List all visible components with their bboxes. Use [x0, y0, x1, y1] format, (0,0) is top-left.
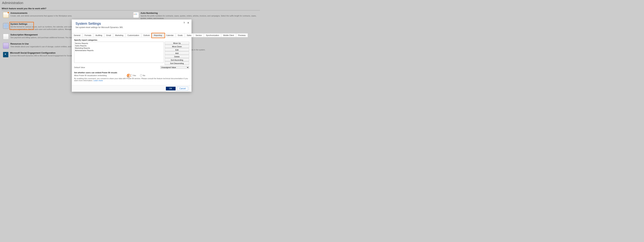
default-value-label: Default Value [74, 66, 85, 68]
tab-email[interactable]: Email [104, 33, 113, 37]
social-icon [3, 52, 8, 57]
cursor-highlight-icon [127, 74, 130, 77]
sort-ascending-button[interactable]: Sort Ascending [165, 58, 189, 62]
system-settings-icon [3, 23, 9, 29]
delete-button[interactable]: Delete [165, 55, 189, 58]
consent-text-body: By enabling this command, you consent to… [74, 77, 188, 81]
feature-announcements[interactable]: Announcements Create, edit, and delete a… [3, 12, 130, 20]
dialog-footer: OK Cancel [72, 85, 192, 92]
dialog-header: System Settings Set system-level setting… [72, 20, 192, 30]
tab-previews[interactable]: Previews [236, 33, 248, 37]
radio-no-input[interactable] [140, 74, 142, 76]
cancel-button[interactable]: Cancel [177, 87, 188, 90]
help-icon[interactable]: ? [183, 22, 186, 24]
tab-reporting[interactable]: Reporting [152, 33, 164, 37]
tab-calendar[interactable]: Calendar [164, 33, 176, 37]
report-category-item[interactable]: Sales Reports [75, 45, 163, 47]
subscription-icon [3, 34, 9, 40]
tab-marketing[interactable]: Marketing [113, 33, 126, 37]
page-title: Administration [2, 1, 260, 5]
consent-text: By enabling this command, you consent to… [74, 77, 189, 81]
tab-service[interactable]: Service [194, 33, 204, 37]
radio-yes[interactable]: Yes [130, 74, 136, 76]
report-categories-list[interactable]: Service ReportsSales ReportsMarketing Re… [74, 42, 164, 63]
radio-yes-input[interactable] [130, 74, 132, 76]
announcements-icon [3, 12, 9, 18]
radio-yes-label: Yes [133, 74, 136, 76]
tab-formats[interactable]: Formats [82, 33, 94, 37]
report-category-item[interactable]: Service Reports [75, 42, 163, 45]
tab-mobile-client[interactable]: Mobile Client [221, 33, 236, 37]
feature-desc: Specify the prefix numbers for contracts… [140, 15, 260, 20]
feature-title: Announcements [10, 12, 130, 14]
report-category-item[interactable]: Marketing Reports [75, 47, 163, 49]
feature-desc: Create, edit, and delete announcements t… [10, 15, 130, 17]
default-value-select[interactable]: Unassigned Value [160, 66, 189, 69]
feature-auto-numbering[interactable]: Auto-Numbering Specify the prefix number… [133, 12, 260, 20]
tab-customization[interactable]: Customization [126, 33, 142, 37]
close-icon[interactable]: ✕ [187, 22, 190, 24]
report-categories-label: Specify report categories [74, 39, 189, 41]
tab-general[interactable]: General [72, 33, 82, 37]
move-up-button[interactable]: Move Up [165, 42, 189, 45]
report-categories-buttons: Move UpMove DownEditAddDeleteSort Ascend… [165, 42, 189, 65]
radio-no-label: No [143, 74, 145, 76]
page-subtitle: Which feature would you like to work wit… [2, 7, 260, 11]
embed-label: Allow Power BI visualization embedding [74, 74, 126, 76]
radio-no[interactable]: No [140, 74, 145, 76]
embed-heading: Set whether users can embed Power BI vis… [74, 72, 189, 74]
sort-descending-button[interactable]: Sort Descending [165, 62, 189, 65]
tab-goals[interactable]: Goals [176, 33, 185, 37]
feature-title: Auto-Numbering [140, 12, 260, 14]
ok-button[interactable]: OK [166, 87, 176, 90]
add-button[interactable]: Add [165, 52, 189, 55]
edit-button[interactable]: Edit [165, 48, 189, 51]
clipped-desc-tail: es in the system. [192, 49, 206, 51]
tab-sales[interactable]: Sales [185, 33, 194, 37]
dialog-title: System Settings [76, 22, 188, 26]
tab-synchronization[interactable]: Synchronization [204, 33, 221, 37]
resources-icon [3, 43, 9, 49]
tab-auditing[interactable]: Auditing [94, 33, 104, 37]
auto-numbering-icon [133, 12, 139, 18]
dialog-body: Specify report categories Service Report… [72, 37, 192, 85]
dialog-tabbar: GeneralFormatsAuditingEmailMarketingCust… [72, 33, 192, 37]
report-category-item[interactable]: Administrative Reports [75, 49, 163, 52]
tab-outlook[interactable]: Outlook [142, 33, 152, 37]
learn-more-link[interactable]: Learn more [94, 79, 103, 81]
move-down-button[interactable]: Move Down [165, 45, 189, 48]
system-settings-dialog: System Settings Set system-level setting… [72, 20, 192, 92]
dialog-subtitle: Set system-level settings for Microsoft … [76, 26, 188, 29]
